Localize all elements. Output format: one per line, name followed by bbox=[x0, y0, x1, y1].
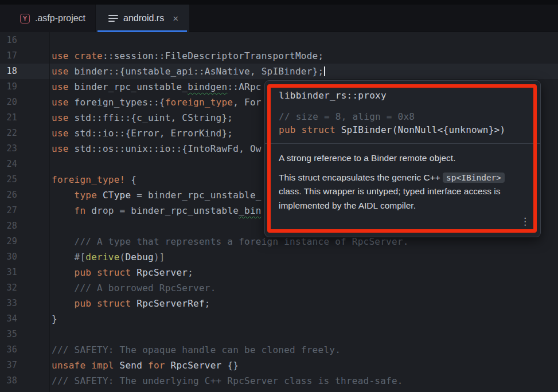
code-token bbox=[52, 205, 75, 216]
code-text: type CType = binder_rpc_unstable_ bbox=[52, 187, 262, 203]
line-number: 20 bbox=[0, 95, 17, 110]
code-token: Send bbox=[120, 360, 143, 371]
code-text: unsafe impl Send for RpcServer {} bbox=[52, 358, 239, 373]
line-number: 34 bbox=[0, 311, 17, 327]
line-number: 32 bbox=[0, 280, 17, 296]
code-token bbox=[52, 190, 75, 201]
line-number: 16 bbox=[0, 33, 17, 48]
code-token: binder_rpc_unstable_ bbox=[75, 81, 188, 92]
code-token: RpcServerRef bbox=[136, 298, 205, 309]
code-token: type bbox=[75, 190, 103, 201]
line-number: 29 bbox=[0, 234, 17, 249]
code-token: bindgen bbox=[188, 81, 227, 92]
code-token: std::os::unix::io::{IntoRawFd, Ow bbox=[75, 143, 262, 154]
code-token: foreign_type! bbox=[52, 174, 125, 185]
line-number: 37 bbox=[0, 358, 17, 373]
code-text: /// SAFETY: The underlying C++ RpcServer… bbox=[52, 373, 403, 389]
code-line[interactable]: 17use crate::session::FileDescriptorTran… bbox=[0, 48, 558, 64]
code-token: ( bbox=[120, 252, 126, 262]
code-token: foreign_type bbox=[165, 97, 233, 108]
tab-android-rs[interactable]: android.rs × bbox=[96, 5, 189, 32]
code-text: #[derive(Debug)] bbox=[52, 249, 165, 265]
code-line[interactable]: 37unsafe impl Send for RpcServer {} bbox=[0, 358, 558, 373]
line-number: 27 bbox=[0, 203, 17, 218]
code-token: CType bbox=[103, 190, 131, 201]
code-token: foreign_types::{ bbox=[75, 97, 165, 108]
line-number: 35 bbox=[0, 327, 17, 342]
code-token: use bbox=[52, 128, 75, 139]
code-token: use bbox=[52, 50, 75, 61]
code-token: std::ffi::{c_uint, CString}; bbox=[75, 112, 233, 123]
code-editor[interactable]: 1617use crate::session::FileDescriptorTr… bbox=[0, 32, 558, 392]
code-token: ::session::FileDescriptorTransportMode; bbox=[103, 50, 323, 61]
code-text: } bbox=[52, 311, 57, 327]
code-line[interactable]: 30 #[derive(Debug)] bbox=[0, 249, 558, 265]
doc-hover-popup: libbinder_rs::proxy // size = 8, align =… bbox=[264, 80, 541, 237]
doc-signature-keyword: pub struct bbox=[279, 124, 341, 135]
line-number: 38 bbox=[0, 373, 17, 389]
code-token: unsafe impl bbox=[52, 360, 120, 371]
code-token: binder::{unstable_api::AsNative, SpIBind… bbox=[75, 66, 324, 77]
doc-paragraph: This struct encapsulates the generic C++… bbox=[279, 171, 528, 213]
code-token: , For bbox=[233, 97, 261, 108]
line-number: 33 bbox=[0, 296, 17, 311]
code-token: std::io::{Error, ErrorKind}; bbox=[75, 128, 233, 139]
line-number: 23 bbox=[0, 141, 17, 156]
code-text: use binder::{unstable_api::AsNative, SpI… bbox=[52, 64, 325, 79]
line-number: 26 bbox=[0, 187, 17, 203]
code-line[interactable]: 38/// SAFETY: The underlying C++ RpcServ… bbox=[0, 373, 558, 389]
tab-project[interactable]: Y .asfp-project bbox=[0, 5, 95, 32]
code-line[interactable]: 34} bbox=[0, 311, 558, 327]
line-number: 19 bbox=[0, 79, 17, 95]
tab-android-rs-label: android.rs bbox=[123, 13, 164, 23]
code-token: pub struct bbox=[75, 298, 137, 309]
close-tab-icon[interactable]: × bbox=[173, 14, 178, 23]
doc-inline-code-chip: sp<IBinder> bbox=[443, 173, 505, 183]
code-token: #[ bbox=[75, 252, 86, 262]
line-number: 18 bbox=[0, 64, 17, 79]
code-line[interactable]: 18use binder::{unstable_api::AsNative, S… bbox=[0, 64, 558, 79]
doc-paragraph: A strong reference to a Binder remote ob… bbox=[279, 151, 528, 166]
list-lines-icon bbox=[108, 15, 118, 22]
more-options-icon[interactable]: ⋮ bbox=[520, 217, 530, 226]
code-line[interactable]: 32 /// A borrowed RpcServer. bbox=[0, 280, 558, 296]
code-token: )] bbox=[154, 252, 165, 262]
line-number: 25 bbox=[0, 172, 17, 187]
code-token: /// A type that represents a foreign ins… bbox=[52, 236, 409, 247]
code-token: ; bbox=[205, 298, 210, 309]
code-line[interactable]: 31 pub struct RpcServer; bbox=[0, 265, 558, 280]
code-token: ::ARpc bbox=[227, 81, 261, 92]
line-number: 17 bbox=[0, 48, 17, 64]
code-token: crate bbox=[75, 50, 103, 61]
line-number: 30 bbox=[0, 249, 17, 265]
code-line[interactable]: 36/// SAFETY: The opaque handle can be c… bbox=[0, 342, 558, 358]
code-token: for bbox=[142, 360, 170, 371]
code-token: use bbox=[52, 112, 75, 123]
code-line[interactable]: 16 bbox=[0, 33, 558, 48]
code-text: use binder_rpc_unstable_bindgen::ARpc bbox=[52, 79, 262, 95]
code-token: ; bbox=[188, 267, 193, 278]
code-token: {} bbox=[222, 360, 239, 371]
code-text: use std::ffi::{c_uint, CString}; bbox=[52, 110, 233, 126]
ide-window: Y .asfp-project android.rs × 1617use cra… bbox=[0, 0, 558, 392]
code-token: Debug bbox=[125, 252, 153, 262]
code-text: use std::io::{Error, ErrorKind}; bbox=[52, 126, 233, 141]
window-top-strip bbox=[0, 0, 558, 5]
code-token bbox=[52, 267, 75, 278]
code-token: /// A borrowed RpcServer. bbox=[52, 283, 216, 293]
line-number: 31 bbox=[0, 265, 17, 280]
code-token: derive bbox=[85, 252, 119, 262]
code-line[interactable]: 35 bbox=[0, 327, 558, 342]
code-line[interactable]: 33 pub struct RpcServerRef; bbox=[0, 296, 558, 311]
code-text: /// A borrowed RpcServer. bbox=[52, 280, 216, 296]
code-token: { bbox=[125, 174, 136, 185]
code-token: RpcServer bbox=[171, 360, 222, 371]
doc-signature: pub struct SpIBinder(NonNull<{unknown}>) bbox=[279, 123, 526, 136]
code-token: use bbox=[52, 97, 75, 108]
code-text: foreign_type! { bbox=[52, 172, 136, 187]
doc-popup-header: libbinder_rs::proxy // size = 8, align =… bbox=[265, 81, 540, 136]
yaml-file-icon: Y bbox=[20, 14, 30, 23]
doc-signature-rest: SpIBinder(NonNull<{unknown}>) bbox=[341, 124, 506, 135]
code-token: /// SAFETY: The underlying C++ RpcServer… bbox=[52, 375, 403, 386]
code-token: use bbox=[52, 66, 75, 77]
